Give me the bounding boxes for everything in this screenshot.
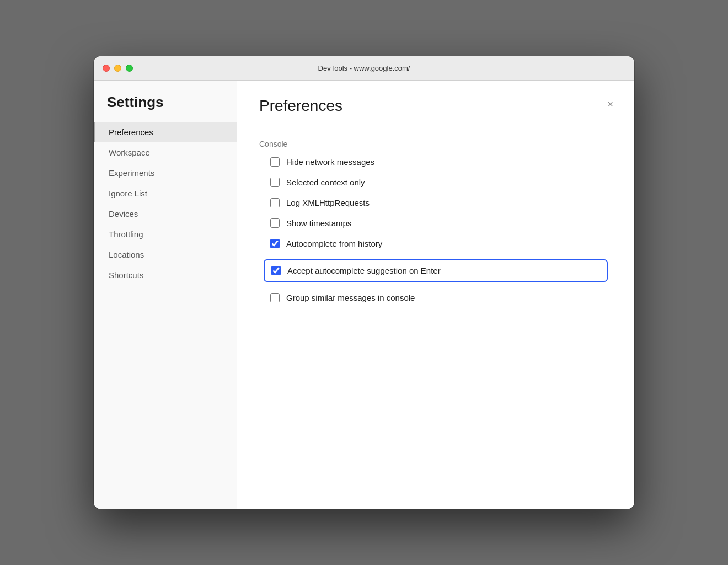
sidebar-heading: Settings <box>94 94 237 122</box>
window-outer: DevTools - www.google.com/ Settings Pref… <box>61 34 667 531</box>
close-traffic-light[interactable] <box>103 65 110 72</box>
checkbox-row-accept-autocomplete: Accept autocomplete suggestion on Enter <box>264 259 608 282</box>
devtools-window: DevTools - www.google.com/ Settings Pref… <box>94 56 634 509</box>
autocomplete-history-label[interactable]: Autocomplete from history <box>286 239 382 248</box>
checkbox-row-autocomplete-history: Autocomplete from history <box>270 239 612 248</box>
titlebar: DevTools - www.google.com/ <box>94 56 634 81</box>
close-button[interactable]: × <box>603 97 618 111</box>
sidebar-item-locations[interactable]: Locations <box>94 244 237 265</box>
minimize-traffic-light[interactable] <box>114 65 121 72</box>
titlebar-title: DevTools - www.google.com/ <box>318 64 410 72</box>
checkbox-row-log-xmlhttp: Log XMLHttpRequests <box>270 198 612 207</box>
show-timestamps-label[interactable]: Show timestamps <box>286 218 351 228</box>
hide-network-checkbox[interactable] <box>270 157 280 167</box>
sidebar-item-devices[interactable]: Devices <box>94 204 237 224</box>
sidebar-item-throttling[interactable]: Throttling <box>94 224 237 244</box>
traffic-lights <box>103 65 133 72</box>
sidebar-item-shortcuts[interactable]: Shortcuts <box>94 265 237 285</box>
accept-autocomplete-checkbox[interactable] <box>271 266 281 275</box>
subsection-title: Console <box>259 140 612 148</box>
show-timestamps-checkbox[interactable] <box>270 218 280 228</box>
accept-autocomplete-label[interactable]: Accept autocomplete suggestion on Enter <box>287 266 441 275</box>
selected-context-label[interactable]: Selected context only <box>286 178 365 187</box>
group-similar-checkbox[interactable] <box>270 293 280 302</box>
sidebar-item-workspace[interactable]: Workspace <box>94 142 237 163</box>
sidebar-item-ignore-list[interactable]: Ignore List <box>94 183 237 204</box>
main-content: × Preferences Console Hide network messa… <box>237 81 634 509</box>
sidebar-item-experiments[interactable]: Experiments <box>94 163 237 183</box>
hide-network-label[interactable]: Hide network messages <box>286 157 374 167</box>
sidebar-item-preferences[interactable]: Preferences <box>94 122 237 142</box>
checkbox-row-hide-network: Hide network messages <box>270 157 612 167</box>
log-xmlhttp-checkbox[interactable] <box>270 198 280 207</box>
autocomplete-history-checkbox[interactable] <box>270 239 280 248</box>
maximize-traffic-light[interactable] <box>126 65 133 72</box>
log-xmlhttp-label[interactable]: Log XMLHttpRequests <box>286 198 370 207</box>
selected-context-checkbox[interactable] <box>270 178 280 187</box>
checkbox-row-group-similar: Group similar messages in console <box>270 293 612 302</box>
checkbox-row-show-timestamps: Show timestamps <box>270 218 612 228</box>
page-title: Preferences <box>259 97 612 115</box>
sidebar: Settings Preferences Workspace Experimen… <box>94 81 237 509</box>
window-body: Settings Preferences Workspace Experimen… <box>94 81 634 509</box>
checkbox-row-selected-context: Selected context only <box>270 178 612 187</box>
section-divider <box>259 126 612 126</box>
group-similar-label[interactable]: Group similar messages in console <box>286 293 415 302</box>
